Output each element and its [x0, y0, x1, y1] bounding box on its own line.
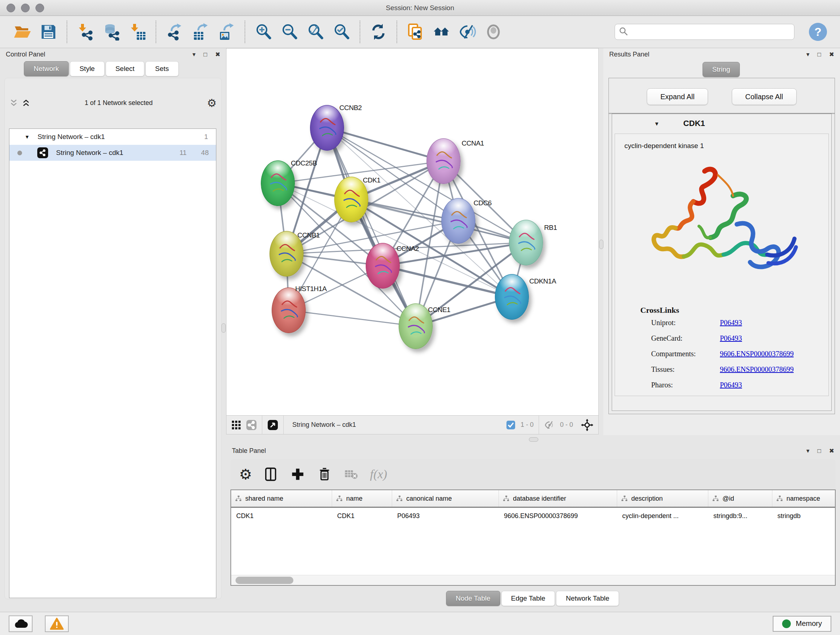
collapse-panel-icon[interactable]: ▾ — [193, 51, 196, 57]
edge-HIST1H1A-CCNE1[interactable] — [289, 310, 416, 326]
network-node-CCNB2[interactable] — [310, 105, 344, 150]
open-session-button[interactable] — [13, 22, 32, 41]
hidden-eye-icon[interactable] — [544, 420, 555, 431]
close-panel-icon[interactable]: ✖ — [829, 448, 834, 454]
scrollbar-thumb[interactable] — [235, 577, 294, 584]
export-network-button[interactable] — [165, 22, 184, 41]
collapse-all-icon[interactable] — [9, 98, 18, 107]
table-cell[interactable]: 9606.ENSP00000378699 — [499, 512, 617, 520]
crosslink-row: Uniprot:P06493 — [651, 318, 829, 327]
collapse-all-button[interactable]: Collapse All — [732, 88, 797, 105]
save-session-button[interactable] — [39, 22, 58, 41]
network-node-CDC6[interactable] — [441, 198, 475, 244]
network-node-CCNE1[interactable] — [399, 303, 433, 349]
column-header-namespace[interactable]: namespace — [772, 490, 836, 507]
network-canvas[interactable]: CCNB2CCNA1CDC25BCDK1CDC6RB1CCNB1CCNA2CDK… — [226, 49, 598, 415]
grid-view-icon[interactable] — [232, 420, 241, 430]
zoom-in-button[interactable] — [254, 22, 273, 41]
right-splitter-grip[interactable] — [599, 240, 603, 249]
close-panel-icon[interactable]: ✖ — [215, 51, 220, 57]
memory-button[interactable]: Memory — [773, 616, 831, 632]
export-table-button[interactable] — [191, 22, 210, 41]
network-node-RB1[interactable] — [509, 220, 543, 265]
hide-selected-button[interactable] — [458, 22, 477, 41]
float-panel-icon[interactable]: □ — [817, 51, 821, 57]
column-header-name[interactable]: name — [332, 490, 392, 507]
search-input[interactable] — [615, 24, 794, 40]
table-row[interactable]: CDK1CDK1P064939606.ENSP00000378699cyclin… — [231, 508, 836, 524]
table-settings-gear-icon[interactable]: ⚙ — [239, 467, 252, 481]
crosslink-link-genecard[interactable]: P06493 — [720, 334, 742, 342]
tab-network-table[interactable]: Network Table — [556, 591, 619, 606]
table-cell[interactable]: stringdb:9... — [708, 512, 772, 520]
zoom-fit-button[interactable] — [306, 22, 325, 41]
tab-style[interactable]: Style — [70, 61, 104, 76]
fit-selected-crosshair-icon[interactable] — [581, 419, 593, 431]
crosslink-link-uniprot[interactable]: P06493 — [720, 318, 742, 327]
import-network-button[interactable] — [76, 22, 95, 41]
column-header-canonical-name[interactable]: canonical name — [392, 490, 499, 507]
float-panel-icon[interactable]: □ — [817, 448, 821, 454]
delete-column-trash-icon[interactable] — [317, 466, 332, 482]
table-cell[interactable]: cyclin-dependent ... — [617, 512, 708, 520]
add-column-icon[interactable] — [290, 466, 306, 482]
section-caret-icon[interactable]: ▼ — [654, 120, 660, 127]
zoom-out-button[interactable] — [280, 22, 299, 41]
collapse-panel-icon[interactable]: ▾ — [806, 51, 810, 57]
column-header-shared-name[interactable]: shared name — [231, 490, 332, 507]
column-header-database-identifier[interactable]: database identifier — [499, 490, 617, 507]
table-cell[interactable]: CDK1 — [231, 512, 332, 520]
tab-node-table[interactable]: Node Table — [446, 591, 500, 606]
float-panel-icon[interactable]: □ — [203, 51, 207, 57]
expand-all-button[interactable]: Expand All — [647, 88, 708, 105]
protein-structure-thumbnail — [427, 139, 461, 184]
zoom-selected-button[interactable] — [332, 22, 351, 41]
network-node-HIST1H1A[interactable] — [272, 287, 306, 333]
tab-edge-table[interactable]: Edge Table — [501, 591, 555, 606]
network-node-CCNA1[interactable] — [426, 138, 461, 184]
tab-select[interactable]: Select — [106, 61, 144, 76]
close-panel-icon[interactable]: ✖ — [829, 51, 834, 57]
column-header-description[interactable]: description — [617, 490, 708, 507]
protein-section-header[interactable]: ▼ CDK1 — [612, 114, 831, 133]
network-row[interactable]: String Network – cdk1 11 48 — [9, 145, 216, 161]
crosslink-link-pharos[interactable]: P06493 — [720, 381, 742, 389]
warnings-button[interactable] — [45, 616, 69, 632]
left-splitter-grip[interactable] — [221, 323, 226, 333]
network-node-CDKN1A[interactable] — [495, 274, 529, 320]
gear-icon[interactable]: ⚙ — [207, 97, 217, 109]
help-button[interactable]: ? — [809, 23, 827, 41]
clone-network-button[interactable] — [406, 22, 425, 41]
home-view-button[interactable] — [432, 22, 451, 41]
selected-checkbox-icon[interactable] — [506, 420, 515, 430]
function-builder-icon[interactable]: f(x) — [370, 467, 387, 481]
import-database-button[interactable] — [102, 22, 121, 41]
delete-table-icon[interactable] — [343, 466, 359, 482]
network-node-CDC25B[interactable] — [261, 160, 295, 206]
table-cell[interactable]: P06493 — [392, 512, 499, 520]
refresh-button[interactable] — [369, 22, 388, 41]
column-header-id[interactable]: @id — [708, 490, 772, 507]
table-cell[interactable]: CDK1 — [332, 512, 392, 520]
tab-sets[interactable]: Sets — [145, 61, 179, 76]
edge-CCNB2-CCNE1[interactable] — [327, 128, 416, 326]
export-image-button[interactable] — [217, 22, 236, 41]
collapse-panel-icon[interactable]: ▾ — [806, 448, 810, 454]
bottom-splitter-grip[interactable] — [529, 437, 538, 442]
crosslink-link-tissues[interactable]: 9606.ENSP00000378699 — [720, 365, 794, 374]
import-table-button[interactable] — [128, 22, 147, 41]
network-view-icon[interactable] — [246, 420, 257, 431]
network-node-CCNA2[interactable] — [366, 243, 400, 288]
table-cell[interactable]: stringdb — [772, 512, 836, 520]
edge-CCNB2-CCNA1[interactable] — [327, 128, 444, 161]
crosslink-link-compartments[interactable]: 9606.ENSP00000378699 — [720, 350, 794, 358]
tab-string[interactable]: String — [703, 62, 740, 77]
network-collection-row[interactable]: ▼ String Network – cdk1 1 — [9, 129, 216, 145]
tab-network[interactable]: Network — [24, 61, 69, 76]
show-columns-icon[interactable] — [263, 466, 279, 482]
tree-caret-icon[interactable]: ▼ — [25, 134, 30, 140]
expand-all-icon[interactable] — [22, 98, 30, 107]
birds-eye-view-icon[interactable] — [267, 420, 278, 431]
show-all-button[interactable] — [484, 22, 503, 41]
cloud-status-button[interactable] — [9, 616, 33, 632]
